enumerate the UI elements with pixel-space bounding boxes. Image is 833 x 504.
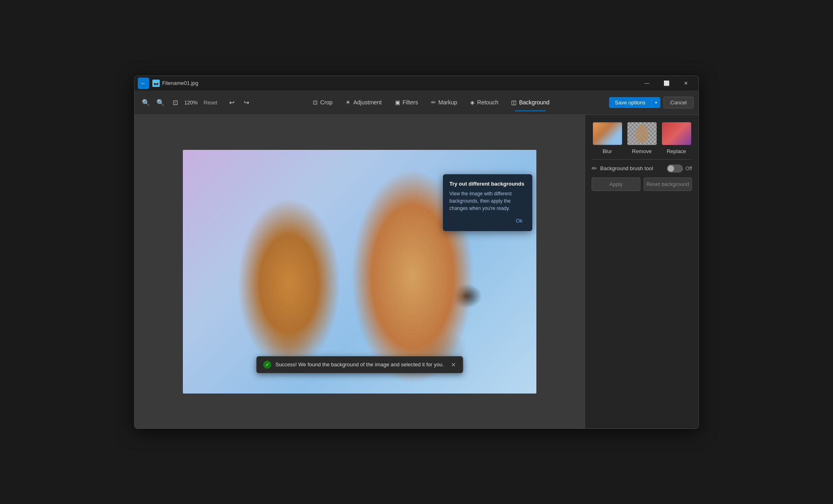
redo-button[interactable]: ↪: [240, 96, 253, 109]
canvas-area: Try out different backgrounds View the i…: [134, 115, 585, 428]
reset-background-button[interactable]: Reset background: [644, 177, 692, 191]
toggle-off-label: Off: [685, 166, 692, 171]
undo-icon: ↩: [229, 99, 234, 106]
action-buttons: Apply Reset background: [592, 177, 692, 191]
right-panel: Blur Preview Remove Preview: [585, 115, 699, 428]
bg-option-blur[interactable]: Blur: [592, 121, 623, 154]
close-button[interactable]: ✕: [677, 77, 695, 90]
nav-tools: ⊡ Crop ☀ Adjustment ▣ Filters ✏ Markup ◈…: [255, 97, 607, 108]
remove-thumbnail: Preview: [627, 121, 657, 146]
replace-label: Replace: [667, 148, 686, 154]
success-toast: ✓ Success! We found the background of th…: [256, 356, 463, 373]
redo-icon: ↪: [244, 99, 249, 106]
restore-button[interactable]: ⬜: [657, 77, 676, 90]
tooltip-ok-area: Ok: [449, 217, 526, 225]
reset-button[interactable]: Reset: [200, 98, 221, 107]
replace-preview: [662, 122, 691, 145]
brush-tool-label: Background brush tool: [600, 165, 664, 171]
retouch-icon: ◈: [470, 99, 475, 106]
replace-thumbnail: Preview: [661, 121, 692, 146]
bg-option-replace[interactable]: Preview Replace: [661, 121, 692, 154]
crop-label: Crop: [320, 99, 332, 106]
zoom-fit-button[interactable]: ⊡: [169, 96, 182, 109]
cancel-button[interactable]: Cancel: [664, 97, 694, 108]
retouch-label: Retouch: [477, 99, 498, 106]
nav-tool-crop[interactable]: ⊡ Crop: [306, 97, 339, 108]
remove-figure: [636, 124, 648, 143]
apply-button[interactable]: Apply: [592, 177, 640, 191]
nav-tool-adjustment[interactable]: ☀ Adjustment: [339, 97, 388, 108]
window-controls: — ⬜ ✕: [638, 77, 695, 90]
remove-label: Remove: [632, 148, 651, 154]
bg-option-remove[interactable]: Preview Remove: [626, 121, 657, 154]
save-options-button[interactable]: Save options ▾: [609, 97, 660, 108]
toggle-thumb: [668, 165, 674, 172]
zoom-in-button[interactable]: 🔍: [139, 96, 152, 109]
background-options: Blur Preview Remove Preview: [592, 121, 692, 154]
window-title: Filename01.jpg: [162, 80, 638, 86]
blur-thumbnail: [592, 121, 623, 146]
brush-toggle[interactable]: Off: [667, 164, 692, 173]
brush-tool-row: ✏ Background brush tool Off: [592, 164, 692, 173]
app-icon-glyph: 📷: [154, 81, 158, 85]
toast-close-button[interactable]: ✕: [451, 361, 456, 368]
background-label: Background: [519, 99, 549, 106]
adjustment-icon: ☀: [345, 99, 351, 106]
app-window: ← 📷 Filename01.jpg — ⬜ ✕ 🔍 🔍 ⊡ 120% Rese…: [134, 76, 699, 429]
toggle-track[interactable]: [667, 164, 683, 173]
minimize-button[interactable]: —: [638, 77, 656, 90]
brush-icon: ✏: [592, 164, 597, 172]
filters-icon: ▣: [395, 99, 400, 106]
save-options-label: Save options: [609, 97, 651, 108]
nav-tool-markup[interactable]: ✏ Markup: [425, 97, 464, 108]
background-icon: ◫: [511, 99, 516, 106]
save-options-arrow-icon[interactable]: ▾: [651, 98, 660, 107]
title-bar: ← 📷 Filename01.jpg — ⬜ ✕: [134, 76, 699, 91]
nav-tool-filters[interactable]: ▣ Filters: [388, 97, 425, 108]
markup-label: Markup: [438, 99, 458, 106]
panel-divider: [592, 159, 692, 160]
zoom-level: 120%: [183, 100, 199, 106]
zoom-fit-icon: ⊡: [173, 99, 178, 106]
zoom-controls: 🔍 🔍 ⊡ 120% Reset: [139, 96, 221, 109]
zoom-out-button[interactable]: 🔍: [154, 96, 167, 109]
main-content: Try out different backgrounds View the i…: [134, 115, 699, 428]
image-container: Try out different backgrounds View the i…: [183, 150, 536, 394]
zoom-out-icon: 🔍: [156, 99, 165, 106]
tooltip-ok-button[interactable]: Ok: [512, 217, 526, 225]
undo-button[interactable]: ↩: [226, 96, 239, 109]
crop-icon: ⊡: [313, 99, 318, 106]
tooltip-body: View the image with different background…: [449, 190, 526, 212]
markup-icon: ✏: [431, 99, 436, 106]
adjustment-label: Adjustment: [353, 99, 382, 106]
app-icon: 📷: [152, 80, 160, 87]
back-icon: ←: [141, 80, 146, 87]
success-icon: ✓: [263, 361, 271, 369]
success-message: Success! We found the background of the …: [275, 361, 444, 368]
filters-label: Filters: [403, 99, 418, 106]
toolbar: 🔍 🔍 ⊡ 120% Reset ↩ ↪ ⊡ Crop ☀ Adjustme: [134, 91, 699, 115]
nav-tool-background[interactable]: ◫ Background: [505, 97, 556, 108]
tooltip-title: Try out different backgrounds: [449, 181, 526, 187]
toolbar-actions: Save options ▾ Cancel: [609, 97, 694, 108]
blur-preview: [592, 121, 623, 146]
zoom-in-icon: 🔍: [142, 99, 150, 106]
tooltip-bubble: Try out different backgrounds View the i…: [443, 174, 532, 231]
back-button[interactable]: ←: [138, 78, 149, 89]
blur-label: Blur: [603, 148, 612, 154]
nav-tool-retouch[interactable]: ◈ Retouch: [464, 97, 505, 108]
remove-preview: [627, 122, 657, 145]
